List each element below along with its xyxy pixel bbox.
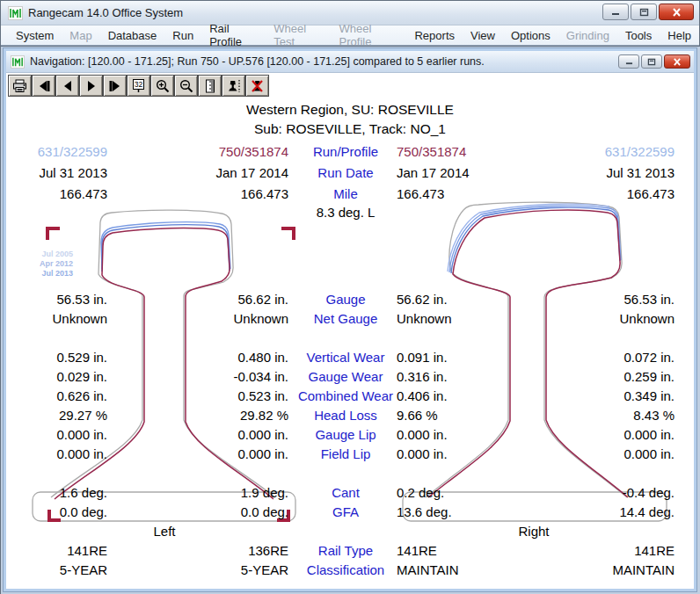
zoom-in-icon bbox=[156, 79, 170, 93]
value-cant-right-earlier: -0.4 deg. bbox=[574, 485, 674, 500]
value-net-gauge-right-current: Unknown bbox=[397, 311, 502, 326]
value-net-gauge-left-current: Unknown bbox=[196, 311, 288, 326]
zoom-out-icon bbox=[179, 79, 193, 93]
value-combined-wear-left-earlier: 0.626 in. bbox=[24, 388, 107, 403]
value-run-profile-right-current: 750/351874 bbox=[397, 144, 502, 159]
value-run-date-right-current: Jan 17 2014 bbox=[397, 165, 502, 180]
value-vertical-wear-right-current: 0.091 in. bbox=[397, 350, 502, 365]
navigation-window-title: Navigation: [120.00 - 171.25]; Run 750 -… bbox=[30, 55, 485, 68]
value-mile-right-earlier: 166.473 bbox=[574, 186, 674, 201]
menu-bar: System Map Database Run Rail Profile Whe… bbox=[1, 25, 699, 46]
region-header: Western Region, SU: ROSEVILLE bbox=[6, 102, 694, 118]
ruler-button[interactable] bbox=[198, 75, 222, 97]
row-gauge-lip: 0.000 in. 0.000 in. Gauge Lip 0.000 in. … bbox=[6, 427, 694, 445]
app-window: Rangecam 14.0 Office System System Map D… bbox=[0, 0, 700, 594]
value-gfa-right-current: 13.6 deg. bbox=[397, 504, 502, 519]
zoom-in-button[interactable] bbox=[150, 75, 174, 97]
profile-report: Western Region, SU: ROSEVILLE Sub: ROSEV… bbox=[6, 98, 694, 589]
menu-system[interactable]: System bbox=[8, 26, 62, 45]
milepost-button[interactable]: 32 bbox=[127, 75, 150, 97]
step-back-button[interactable] bbox=[55, 75, 79, 97]
menu-help[interactable]: Help bbox=[660, 26, 699, 45]
value-gfa-right-earlier: 14.4 deg. bbox=[574, 504, 674, 519]
navigation-title-bar[interactable]: Navigation: [120.00 - 171.25]; Run 750 -… bbox=[6, 51, 694, 73]
previous-run-button[interactable] bbox=[32, 75, 55, 97]
restore-icon bbox=[647, 58, 656, 66]
value-run-date-left-earlier: Jul 31 2013 bbox=[24, 165, 107, 180]
menu-run[interactable]: Run bbox=[164, 26, 201, 45]
value-combined-wear-right-current: 0.406 in. bbox=[397, 388, 502, 403]
menu-reports[interactable]: Reports bbox=[406, 26, 463, 45]
value-vertical-wear-left-current: 0.480 in. bbox=[196, 350, 288, 365]
menu-map[interactable]: Map bbox=[62, 26, 99, 45]
value-cant-left-current: 1.9 deg. bbox=[196, 485, 288, 500]
value-gauge-left-earlier: 56.53 in. bbox=[24, 292, 107, 307]
row-classification: 5-YEAR 5-YEAR Classification MAINTAIN MA… bbox=[6, 562, 694, 580]
subdivision-header: Sub: ROSEVILLE, Track: NO_1 bbox=[6, 121, 694, 137]
label-gauge-lip: Gauge Lip bbox=[288, 427, 403, 442]
value-gauge-lip-right-current: 0.000 in. bbox=[397, 427, 502, 442]
close-button[interactable] bbox=[659, 4, 694, 20]
row-gauge-wear: 0.029 in. -0.034 in. Gauge Wear 0.316 in… bbox=[6, 369, 694, 387]
value-net-gauge-right-earlier: Unknown bbox=[574, 311, 674, 326]
value-run-profile-right-earlier: 631/322599 bbox=[574, 144, 674, 159]
value-cant-left-earlier: 1.6 deg. bbox=[24, 485, 107, 500]
rail-profile-button[interactable] bbox=[222, 75, 245, 97]
restore-button[interactable] bbox=[631, 4, 657, 20]
value-rail-type-right-current: 141RE bbox=[397, 543, 502, 558]
value-field-lip-left-earlier: 0.000 in. bbox=[24, 446, 107, 461]
value-combined-wear-right-earlier: 0.349 in. bbox=[574, 388, 674, 403]
value-mile-left-current: 166.473 bbox=[196, 186, 288, 201]
row-run-profile: 631/322599 750/351874 Run/Profile 750/35… bbox=[6, 144, 694, 162]
label-mile: Mile bbox=[288, 186, 403, 201]
row-field-lip: 0.000 in. 0.000 in. Field Lip 0.000 in. … bbox=[6, 446, 694, 464]
next-run-button[interactable] bbox=[103, 75, 127, 97]
minimize-button[interactable] bbox=[602, 4, 629, 20]
value-rail-type-right-earlier: 141RE bbox=[574, 543, 674, 558]
value-classification-left-earlier: 5-YEAR bbox=[24, 562, 107, 577]
remove-profile-icon bbox=[250, 79, 265, 93]
label-head-loss: Head Loss bbox=[288, 408, 403, 423]
value-mile-left-earlier: 166.473 bbox=[24, 186, 107, 201]
label-rail-type: Rail Type bbox=[288, 543, 403, 558]
close-icon bbox=[673, 58, 682, 66]
row-combined-wear: 0.626 in. 0.523 in. Combined Wear 0.406 … bbox=[6, 388, 694, 406]
toolbar: 32 bbox=[6, 73, 694, 98]
value-field-lip-left-current: 0.000 in. bbox=[196, 446, 288, 461]
navigation-restore-button[interactable] bbox=[641, 54, 662, 69]
value-vertical-wear-right-earlier: 0.072 in. bbox=[574, 350, 674, 365]
value-gauge-right-current: 56.62 in. bbox=[397, 292, 502, 307]
value-gauge-wear-right-earlier: 0.259 in. bbox=[574, 369, 674, 384]
value-classification-right-current: MAINTAIN bbox=[397, 562, 502, 577]
row-head-loss: 29.27 % 29.82 % Head Loss 9.66 % 8.43 % bbox=[6, 408, 694, 425]
milepost-icon: 32 bbox=[131, 78, 146, 93]
remove-profile-button[interactable] bbox=[245, 75, 269, 97]
value-gauge-lip-right-earlier: 0.000 in. bbox=[574, 427, 674, 442]
label-gauge-wear: Gauge Wear bbox=[288, 369, 403, 384]
close-icon bbox=[672, 8, 682, 17]
navigation-minimize-button[interactable] bbox=[618, 54, 639, 69]
value-run-date-left-current: Jan 17 2014 bbox=[196, 165, 288, 180]
navigation-close-button[interactable] bbox=[664, 54, 690, 69]
minimize-icon bbox=[625, 58, 633, 65]
step-forward-button[interactable] bbox=[79, 75, 103, 97]
value-rail-type-left-current: 136RE bbox=[196, 543, 288, 558]
value-run-profile-left-current: 750/351874 bbox=[196, 144, 288, 159]
menu-database[interactable]: Database bbox=[100, 26, 165, 45]
menu-grinding[interactable]: Grinding bbox=[558, 26, 617, 45]
label-net-gauge: Net Gauge bbox=[288, 311, 403, 326]
minimize-icon bbox=[611, 8, 620, 16]
value-gauge-wear-left-earlier: 0.029 in. bbox=[24, 369, 107, 384]
label-vertical-wear: Vertical Wear bbox=[288, 350, 403, 365]
row-mile: 166.473 166.473 Mile 166.473 166.473 bbox=[6, 186, 694, 204]
row-gfa: 0.0 deg. 0.0 deg. GFA 13.6 deg. 14.4 deg… bbox=[6, 504, 694, 522]
menu-tools[interactable]: Tools bbox=[617, 26, 660, 45]
value-head-loss-right-current: 9.66 % bbox=[397, 408, 502, 423]
value-head-loss-left-earlier: 29.27 % bbox=[24, 408, 107, 423]
print-button[interactable] bbox=[8, 75, 32, 97]
value-vertical-wear-left-earlier: 0.529 in. bbox=[24, 350, 107, 365]
zoom-out-button[interactable] bbox=[174, 75, 198, 97]
menu-options[interactable]: Options bbox=[503, 26, 558, 45]
menu-view[interactable]: View bbox=[463, 26, 503, 45]
label-classification: Classification bbox=[288, 562, 403, 577]
